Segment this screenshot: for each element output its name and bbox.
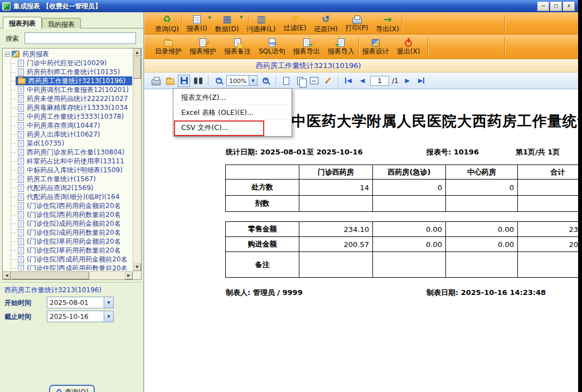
tree-item[interactable]: (门诊住院)西药用药数量前20名 bbox=[3, 210, 132, 219]
tree-item[interactable]: 科室药占比和中药使用率(13111 bbox=[3, 157, 132, 166]
maximize-button[interactable]: □ bbox=[550, 2, 562, 11]
params-divider bbox=[1, 282, 142, 283]
tree-item[interactable]: 中药房工作量统计3333(10378) bbox=[3, 112, 132, 121]
toolbar-button-label: 退出(X) bbox=[397, 48, 420, 55]
multi-page-view-icon[interactable] bbox=[294, 75, 306, 87]
close-button[interactable]: × bbox=[563, 2, 575, 11]
tree-item[interactable]: (门诊住院)西成药用药数量前20名 bbox=[3, 264, 132, 270]
query-button[interactable]: 查询(Q) bbox=[49, 385, 95, 392]
page-width-view-icon[interactable] bbox=[308, 75, 320, 87]
scroll-down-icon[interactable]: ▼ bbox=[133, 263, 141, 271]
scroll-up-icon[interactable]: ▲ bbox=[133, 49, 141, 56]
tree-item[interactable]: 中药房库存查询(10447) bbox=[3, 121, 132, 130]
page-number-input[interactable] bbox=[370, 76, 389, 86]
search-input[interactable] bbox=[25, 32, 136, 44]
toolbar-button[interactable]: 过滤(E) ▼ bbox=[279, 14, 310, 32]
collapse-icon[interactable] bbox=[5, 52, 10, 57]
tree-item[interactable]: (门诊住院)西成药用药金额前20名 bbox=[3, 255, 132, 264]
toolbar-button[interactable]: 查询(Q) ▼ bbox=[151, 13, 183, 33]
tree-item[interactable]: (门诊住院)成药用药金额前20名 bbox=[3, 219, 132, 228]
next-page-icon[interactable]: ▶ bbox=[401, 75, 414, 87]
scroll-left-icon[interactable]: ◀ bbox=[3, 272, 11, 279]
vertical-scroll-thumb[interactable] bbox=[133, 57, 141, 79]
tree-item-label: (门诊住院)成药用药数量前20名 bbox=[26, 228, 122, 237]
tree-item[interactable]: 药房未使用药品统计22222(1027 bbox=[3, 94, 132, 103]
tree-item-label: 药房工作量统计(1567) bbox=[26, 175, 97, 183]
save-icon[interactable] bbox=[178, 75, 190, 87]
tree-item[interactable]: 药房药剂师工作量统计(10135) bbox=[3, 67, 132, 76]
last-page-icon[interactable]: ▶ bbox=[415, 75, 428, 87]
first-page-icon[interactable]: ◀ bbox=[342, 75, 355, 87]
find-icon[interactable] bbox=[192, 75, 204, 87]
tree-item[interactable]: 代配药品查询2(1569) bbox=[3, 183, 132, 192]
toolbar-button[interactable]: 数据(D) ▼ bbox=[211, 13, 243, 33]
minimize-button[interactable]: ─ bbox=[537, 2, 549, 11]
toolbar-button[interactable]: 报表导出 ▼ bbox=[289, 37, 324, 56]
tree-root[interactable]: 药房报表 bbox=[3, 50, 132, 59]
tree-item[interactable]: 药房工作量统计(1567) bbox=[3, 175, 132, 183]
toolbar-button[interactable]: 退出(X) ▼ bbox=[393, 37, 424, 56]
toolbar-button[interactable]: 报表设计 ▼ bbox=[358, 38, 393, 56]
start-date-combo[interactable]: 2025-08-01 bbox=[47, 297, 114, 308]
chevron-down-icon[interactable] bbox=[104, 311, 113, 322]
tree-item[interactable]: 门诊中药代煎登记(10029) bbox=[3, 59, 132, 67]
tree-item[interactable]: 西药房工作量统计3213(10196) bbox=[3, 76, 132, 85]
report-maintain-icon bbox=[200, 38, 206, 47]
start-date-value: 2025-08-01 bbox=[47, 297, 104, 308]
end-date-combo[interactable]: 2025-10-16 bbox=[47, 311, 114, 322]
tree-item[interactable]: 菜d(10735) bbox=[3, 139, 132, 148]
toolbar-separator bbox=[505, 37, 505, 56]
toolbar-button[interactable]: 报表维护 ▼ bbox=[186, 37, 220, 56]
tree-item[interactable]: 药房入出库统计(10627) bbox=[3, 130, 132, 139]
tree-item[interactable]: (门诊住院)草药用药金额前20名 bbox=[3, 237, 132, 246]
scroll-right-icon[interactable]: ▶ bbox=[125, 272, 133, 279]
tree-item[interactable]: 中标药品入库统计明细表(1509) bbox=[3, 166, 132, 175]
tab-my-reports[interactable]: 我的报表 bbox=[42, 18, 81, 28]
zoom-level-combo[interactable]: 100% ▼ bbox=[226, 75, 258, 86]
window-title: 集成报表 【收费处--管理员】 bbox=[13, 2, 535, 11]
tree-horizontal-scrollbar[interactable]: ◀ ▶ bbox=[3, 271, 133, 279]
toolbar-button[interactable]: 打印(P) ▼ bbox=[342, 14, 372, 32]
horizontal-scroll-thumb[interactable] bbox=[11, 272, 89, 279]
tree-item[interactable]: 中药房调剂工作量报表12(10201) bbox=[3, 85, 132, 94]
stat-date: 统计日期: 2025-08-01至 2025-10-16 bbox=[226, 147, 363, 157]
tree-item[interactable]: (门诊住院)成药用药数量前20名 bbox=[3, 228, 132, 237]
toolbar-button[interactable]: 目录维护 ▼ bbox=[151, 37, 186, 56]
report-design-icon bbox=[372, 39, 380, 47]
filter-icon bbox=[290, 16, 299, 23]
document-icon bbox=[18, 140, 24, 147]
toolbar-button[interactable]: 还原(H) ▼ bbox=[310, 13, 341, 33]
open-icon[interactable] bbox=[164, 75, 176, 87]
zoom-out-icon[interactable]: − bbox=[212, 75, 225, 87]
print-icon[interactable] bbox=[150, 75, 162, 87]
menu-item[interactable]: Excel 表格 (OLE)(E)... bbox=[173, 105, 292, 120]
document-icon bbox=[18, 104, 24, 112]
tree-vertical-scrollbar[interactable]: ▲ ▼ bbox=[133, 49, 141, 271]
tree-item[interactable]: 药房毒麻精库存统计13333(1034 bbox=[3, 103, 132, 112]
zoom-in-icon[interactable]: + bbox=[259, 75, 271, 87]
single-page-view-icon[interactable] bbox=[280, 75, 292, 87]
chevron-down-icon[interactable] bbox=[104, 297, 113, 308]
toolbar-button[interactable]: 报表备注 ▼ bbox=[220, 37, 255, 56]
scrollbar-corner bbox=[133, 271, 141, 279]
menu-item[interactable]: CSV 文件(C)... bbox=[173, 120, 292, 135]
toolbar-button[interactable]: 报表(I) ▼ bbox=[183, 14, 211, 33]
tree-item[interactable]: 代配药品查询(细分)(临时)(164 bbox=[3, 192, 132, 201]
toolbar-button-label: 过滤(E) bbox=[283, 25, 306, 31]
cell-value: 14 bbox=[299, 179, 373, 196]
prev-page-icon[interactable]: ◀ bbox=[356, 75, 368, 87]
tree-item[interactable]: (门诊住院)西药用药金额前20名 bbox=[3, 201, 132, 210]
tree-item[interactable]: 西药房门诊发药工作量(130804) bbox=[3, 148, 132, 157]
edit-icon[interactable] bbox=[322, 75, 334, 87]
toolbar-button[interactable]: 报表导入 ▼ bbox=[324, 37, 358, 56]
tab-report-list[interactable]: 报表列表 bbox=[3, 17, 42, 28]
chevron-down-icon[interactable]: ▼ bbox=[249, 76, 257, 85]
toolbar-separator bbox=[208, 75, 208, 86]
menu-item[interactable]: 报表文件(Z)... bbox=[173, 90, 292, 105]
tree-item[interactable]: (门诊住院)草药用药数量前20名 bbox=[3, 246, 132, 255]
app-window: 集成报表 【收费处--管理员】 ─ □ × 报表列表 我的报表 搜索 bbox=[0, 0, 578, 392]
toolbar-button[interactable]: 导出(X) ▼ bbox=[372, 13, 403, 33]
toolbar-button-label: 目录维护 bbox=[155, 48, 182, 55]
cell-value bbox=[517, 179, 578, 196]
toolbar-button[interactable]: SQL语句 ▼ bbox=[255, 37, 289, 56]
